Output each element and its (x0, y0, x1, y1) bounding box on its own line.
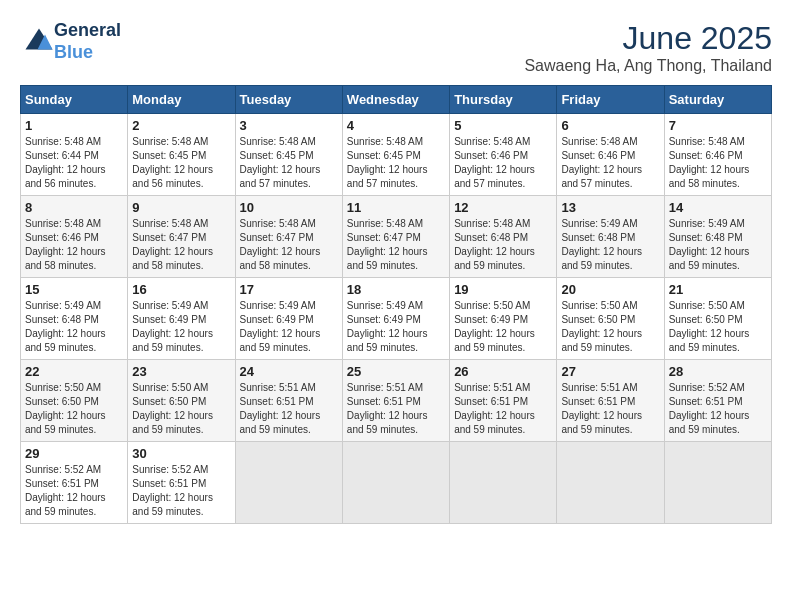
calendar-week-row: 15Sunrise: 5:49 AMSunset: 6:48 PMDayligh… (21, 278, 772, 360)
day-info: Sunrise: 5:48 AMSunset: 6:48 PMDaylight:… (454, 218, 535, 271)
day-number: 12 (454, 200, 552, 215)
calendar-cell: 1Sunrise: 5:48 AMSunset: 6:44 PMDaylight… (21, 114, 128, 196)
calendar-cell: 19Sunrise: 5:50 AMSunset: 6:49 PMDayligh… (450, 278, 557, 360)
calendar-cell (664, 442, 771, 524)
day-number: 19 (454, 282, 552, 297)
day-info: Sunrise: 5:49 AMSunset: 6:48 PMDaylight:… (561, 218, 642, 271)
day-number: 29 (25, 446, 123, 461)
logo-text: GeneralBlue (54, 20, 121, 63)
calendar-cell: 4Sunrise: 5:48 AMSunset: 6:45 PMDaylight… (342, 114, 449, 196)
calendar-cell: 10Sunrise: 5:48 AMSunset: 6:47 PMDayligh… (235, 196, 342, 278)
day-info: Sunrise: 5:48 AMSunset: 6:44 PMDaylight:… (25, 136, 106, 189)
day-number: 27 (561, 364, 659, 379)
calendar-cell: 30Sunrise: 5:52 AMSunset: 6:51 PMDayligh… (128, 442, 235, 524)
day-info: Sunrise: 5:50 AMSunset: 6:50 PMDaylight:… (25, 382, 106, 435)
calendar-cell: 12Sunrise: 5:48 AMSunset: 6:48 PMDayligh… (450, 196, 557, 278)
day-info: Sunrise: 5:52 AMSunset: 6:51 PMDaylight:… (132, 464, 213, 517)
column-header-tuesday: Tuesday (235, 86, 342, 114)
day-number: 10 (240, 200, 338, 215)
calendar-cell: 15Sunrise: 5:49 AMSunset: 6:48 PMDayligh… (21, 278, 128, 360)
day-number: 11 (347, 200, 445, 215)
calendar-cell: 16Sunrise: 5:49 AMSunset: 6:49 PMDayligh… (128, 278, 235, 360)
day-number: 21 (669, 282, 767, 297)
column-header-wednesday: Wednesday (342, 86, 449, 114)
day-number: 8 (25, 200, 123, 215)
calendar-cell: 3Sunrise: 5:48 AMSunset: 6:45 PMDaylight… (235, 114, 342, 196)
calendar-cell: 6Sunrise: 5:48 AMSunset: 6:46 PMDaylight… (557, 114, 664, 196)
day-info: Sunrise: 5:51 AMSunset: 6:51 PMDaylight:… (454, 382, 535, 435)
calendar-week-row: 29Sunrise: 5:52 AMSunset: 6:51 PMDayligh… (21, 442, 772, 524)
calendar-cell: 21Sunrise: 5:50 AMSunset: 6:50 PMDayligh… (664, 278, 771, 360)
day-number: 7 (669, 118, 767, 133)
calendar-cell: 24Sunrise: 5:51 AMSunset: 6:51 PMDayligh… (235, 360, 342, 442)
day-number: 15 (25, 282, 123, 297)
calendar-week-row: 22Sunrise: 5:50 AMSunset: 6:50 PMDayligh… (21, 360, 772, 442)
day-number: 26 (454, 364, 552, 379)
calendar-week-row: 1Sunrise: 5:48 AMSunset: 6:44 PMDaylight… (21, 114, 772, 196)
day-number: 9 (132, 200, 230, 215)
calendar-cell (557, 442, 664, 524)
calendar-cell: 14Sunrise: 5:49 AMSunset: 6:48 PMDayligh… (664, 196, 771, 278)
calendar-cell: 26Sunrise: 5:51 AMSunset: 6:51 PMDayligh… (450, 360, 557, 442)
day-number: 16 (132, 282, 230, 297)
day-info: Sunrise: 5:48 AMSunset: 6:45 PMDaylight:… (132, 136, 213, 189)
day-info: Sunrise: 5:48 AMSunset: 6:47 PMDaylight:… (240, 218, 321, 271)
day-number: 18 (347, 282, 445, 297)
calendar-cell: 25Sunrise: 5:51 AMSunset: 6:51 PMDayligh… (342, 360, 449, 442)
calendar-cell: 20Sunrise: 5:50 AMSunset: 6:50 PMDayligh… (557, 278, 664, 360)
calendar-cell (450, 442, 557, 524)
day-info: Sunrise: 5:48 AMSunset: 6:46 PMDaylight:… (25, 218, 106, 271)
day-info: Sunrise: 5:50 AMSunset: 6:50 PMDaylight:… (669, 300, 750, 353)
day-number: 23 (132, 364, 230, 379)
day-number: 20 (561, 282, 659, 297)
calendar-week-row: 8Sunrise: 5:48 AMSunset: 6:46 PMDaylight… (21, 196, 772, 278)
calendar-cell (235, 442, 342, 524)
day-info: Sunrise: 5:51 AMSunset: 6:51 PMDaylight:… (240, 382, 321, 435)
day-info: Sunrise: 5:49 AMSunset: 6:49 PMDaylight:… (240, 300, 321, 353)
day-info: Sunrise: 5:49 AMSunset: 6:48 PMDaylight:… (25, 300, 106, 353)
day-info: Sunrise: 5:52 AMSunset: 6:51 PMDaylight:… (25, 464, 106, 517)
column-header-friday: Friday (557, 86, 664, 114)
calendar-cell: 8Sunrise: 5:48 AMSunset: 6:46 PMDaylight… (21, 196, 128, 278)
calendar-cell: 11Sunrise: 5:48 AMSunset: 6:47 PMDayligh… (342, 196, 449, 278)
day-number: 24 (240, 364, 338, 379)
day-number: 3 (240, 118, 338, 133)
calendar-cell: 17Sunrise: 5:49 AMSunset: 6:49 PMDayligh… (235, 278, 342, 360)
page-header: GeneralBlue June 2025 Sawaeng Ha, Ang Th… (20, 20, 772, 75)
day-info: Sunrise: 5:50 AMSunset: 6:49 PMDaylight:… (454, 300, 535, 353)
calendar-cell: 29Sunrise: 5:52 AMSunset: 6:51 PMDayligh… (21, 442, 128, 524)
day-number: 4 (347, 118, 445, 133)
day-info: Sunrise: 5:51 AMSunset: 6:51 PMDaylight:… (347, 382, 428, 435)
day-info: Sunrise: 5:50 AMSunset: 6:50 PMDaylight:… (561, 300, 642, 353)
column-header-saturday: Saturday (664, 86, 771, 114)
calendar-cell: 27Sunrise: 5:51 AMSunset: 6:51 PMDayligh… (557, 360, 664, 442)
day-number: 14 (669, 200, 767, 215)
day-info: Sunrise: 5:50 AMSunset: 6:50 PMDaylight:… (132, 382, 213, 435)
day-info: Sunrise: 5:48 AMSunset: 6:45 PMDaylight:… (347, 136, 428, 189)
calendar-header-row: SundayMondayTuesdayWednesdayThursdayFrid… (21, 86, 772, 114)
logo: GeneralBlue (20, 20, 121, 63)
column-header-sunday: Sunday (21, 86, 128, 114)
title-block: June 2025 Sawaeng Ha, Ang Thong, Thailan… (524, 20, 772, 75)
calendar-cell: 2Sunrise: 5:48 AMSunset: 6:45 PMDaylight… (128, 114, 235, 196)
calendar-cell: 13Sunrise: 5:49 AMSunset: 6:48 PMDayligh… (557, 196, 664, 278)
day-number: 13 (561, 200, 659, 215)
day-info: Sunrise: 5:48 AMSunset: 6:46 PMDaylight:… (454, 136, 535, 189)
column-header-monday: Monday (128, 86, 235, 114)
day-info: Sunrise: 5:49 AMSunset: 6:49 PMDaylight:… (132, 300, 213, 353)
calendar-cell: 28Sunrise: 5:52 AMSunset: 6:51 PMDayligh… (664, 360, 771, 442)
day-number: 2 (132, 118, 230, 133)
day-info: Sunrise: 5:49 AMSunset: 6:49 PMDaylight:… (347, 300, 428, 353)
day-number: 6 (561, 118, 659, 133)
calendar-cell: 9Sunrise: 5:48 AMSunset: 6:47 PMDaylight… (128, 196, 235, 278)
calendar-cell: 7Sunrise: 5:48 AMSunset: 6:46 PMDaylight… (664, 114, 771, 196)
day-number: 22 (25, 364, 123, 379)
calendar-cell: 5Sunrise: 5:48 AMSunset: 6:46 PMDaylight… (450, 114, 557, 196)
day-info: Sunrise: 5:48 AMSunset: 6:45 PMDaylight:… (240, 136, 321, 189)
calendar-table: SundayMondayTuesdayWednesdayThursdayFrid… (20, 85, 772, 524)
day-info: Sunrise: 5:48 AMSunset: 6:47 PMDaylight:… (132, 218, 213, 271)
day-info: Sunrise: 5:49 AMSunset: 6:48 PMDaylight:… (669, 218, 750, 271)
calendar-cell: 22Sunrise: 5:50 AMSunset: 6:50 PMDayligh… (21, 360, 128, 442)
day-number: 17 (240, 282, 338, 297)
day-info: Sunrise: 5:48 AMSunset: 6:47 PMDaylight:… (347, 218, 428, 271)
